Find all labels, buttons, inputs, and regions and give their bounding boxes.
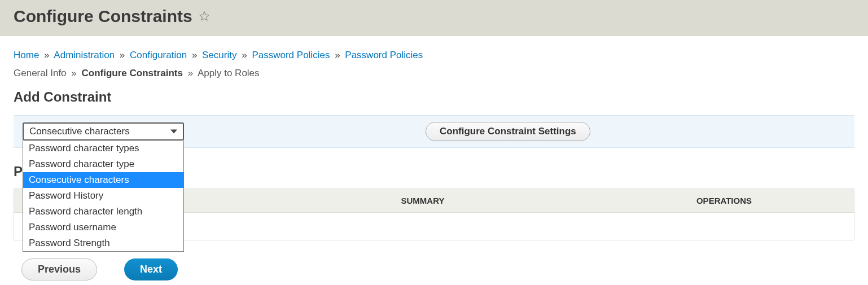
constraint-type-select[interactable]: Consecutive characters Password characte… [23,122,184,141]
wizard-steps: General Info » Configure Constraints » A… [14,68,854,79]
wizard-step: Apply to Roles [198,68,260,78]
table-header: SUMMARY [251,189,594,212]
breadcrumb-sep: » [192,50,197,60]
breadcrumb-sep: » [242,50,247,60]
breadcrumb-link[interactable]: Configuration [130,50,187,60]
select-option[interactable]: Password History [23,188,183,204]
title-bar: Configure Constraints [0,0,868,36]
breadcrumb: Home » Administration » Configuration » … [14,50,854,61]
constraint-selector-row: Consecutive characters Password characte… [14,115,854,148]
breadcrumb-sep: » [44,50,49,60]
chevron-down-icon [170,130,177,134]
select-value: Consecutive characters [29,126,130,137]
select-option-selected[interactable]: Consecutive characters [23,172,183,188]
previous-button[interactable]: Previous [21,258,97,280]
wizard-step: General Info [14,68,67,78]
wizard-nav-buttons: Previous Next [14,258,854,280]
breadcrumb-link[interactable]: Security [202,50,236,60]
breadcrumb-link[interactable]: Home [14,50,39,60]
star-icon[interactable] [198,10,211,23]
add-constraint-heading: Add Constraint [14,89,854,105]
table-header: OPERATIONS [594,189,854,212]
select-option[interactable]: Password Strength [23,235,183,251]
select-option[interactable]: Password character types [23,141,183,156]
breadcrumb-sep: » [120,50,125,60]
breadcrumb-link[interactable]: Administration [54,50,115,60]
breadcrumb-link[interactable]: Password Policies [345,50,423,60]
page-title: Configure Constraints [14,7,192,26]
wizard-sep: » [188,68,193,78]
select-option[interactable]: Password character length [23,204,183,220]
select-display[interactable]: Consecutive characters [23,122,184,141]
wizard-step-current: Configure Constraints [82,68,183,78]
next-button[interactable]: Next [124,258,178,280]
configure-constraint-button[interactable]: Configure Constraint Settings [426,122,590,141]
breadcrumb-link[interactable]: Password Policies [252,50,330,60]
dropdown-list: Password character types Password charac… [23,141,184,252]
select-option[interactable]: Password username [23,220,183,235]
wizard-sep: » [71,68,76,78]
breadcrumb-sep: » [335,50,340,60]
select-option[interactable]: Password character type [23,156,183,172]
